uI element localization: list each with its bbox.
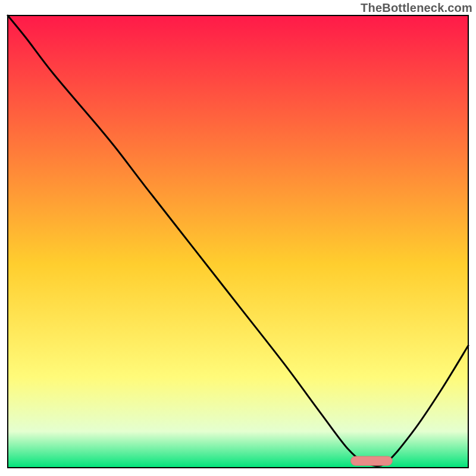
plot-background — [8, 15, 468, 468]
watermark-label: TheBottleneck.com — [361, 1, 472, 15]
optimal-marker — [351, 456, 393, 465]
bottleneck-chart — [0, 0, 476, 476]
chart-stage: TheBottleneck.com — [0, 0, 476, 476]
